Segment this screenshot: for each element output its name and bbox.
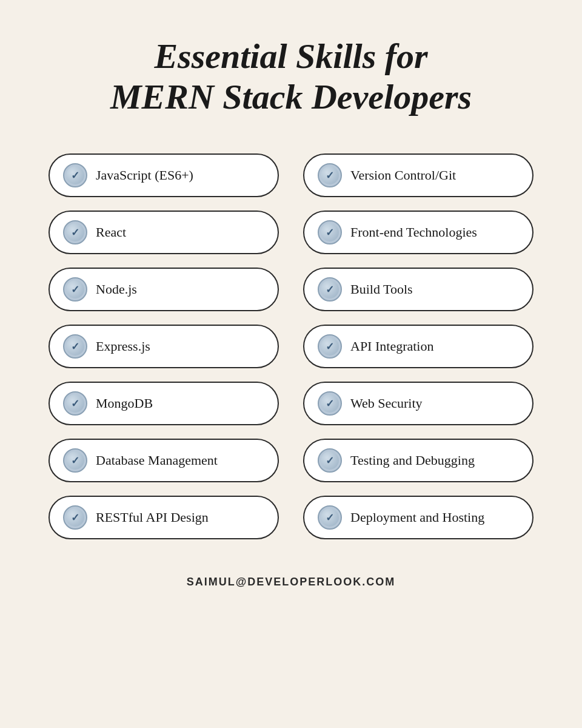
check-badge-icon: ✓: [318, 220, 342, 244]
skill-label: MongoDB: [96, 396, 153, 411]
skill-label: Front-end Technologies: [350, 224, 477, 240]
skill-label: Web Security: [350, 396, 423, 411]
skill-item: ✓Front-end Technologies: [303, 211, 534, 254]
skill-label: Testing and Debugging: [350, 453, 475, 468]
skill-label: API Integration: [350, 339, 433, 354]
checkmark-icon: ✓: [326, 285, 334, 295]
checkmark-icon: ✓: [326, 456, 334, 466]
checkmark-icon: ✓: [71, 285, 79, 295]
checkmark-icon: ✓: [71, 170, 79, 181]
checkmark-icon: ✓: [326, 399, 334, 409]
check-badge-icon: ✓: [318, 334, 342, 359]
skill-item: ✓React: [48, 211, 279, 254]
check-badge-icon: ✓: [63, 391, 87, 416]
check-badge-icon: ✓: [318, 277, 342, 302]
checkmark-icon: ✓: [326, 342, 334, 352]
page-title: Essential Skills for MERN Stack Develope…: [110, 36, 472, 117]
skill-item: ✓Build Tools: [303, 268, 534, 311]
skill-item: ✓MongoDB: [48, 382, 279, 425]
skill-item: ✓RESTful API Design: [48, 496, 279, 539]
checkmark-icon: ✓: [326, 170, 334, 181]
skill-item: ✓Node.js: [48, 268, 279, 311]
check-badge-icon: ✓: [318, 505, 342, 530]
check-badge-icon: ✓: [63, 334, 87, 359]
skill-item: ✓Deployment and Hosting: [303, 496, 534, 539]
skill-item: ✓Testing and Debugging: [303, 439, 534, 482]
skill-label: Node.js: [96, 281, 137, 297]
skill-item: ✓Web Security: [303, 382, 534, 425]
checkmark-icon: ✓: [71, 456, 79, 466]
skill-label: Express.js: [96, 339, 150, 354]
check-badge-icon: ✓: [318, 391, 342, 416]
footer-email: SAIMUL@DEVELOPERLOOK.COM: [187, 576, 396, 588]
checkmark-icon: ✓: [71, 399, 79, 409]
check-badge-icon: ✓: [318, 163, 342, 187]
skill-label: Deployment and Hosting: [350, 510, 484, 525]
check-badge-icon: ✓: [63, 505, 87, 530]
check-badge-icon: ✓: [63, 163, 87, 187]
skill-label: Database Management: [96, 453, 218, 468]
skill-label: Version Control/Git: [350, 167, 456, 183]
check-badge-icon: ✓: [63, 277, 87, 302]
checkmark-icon: ✓: [71, 342, 79, 352]
skills-grid: ✓JavaScript (ES6+)✓Version Control/Git✓R…: [48, 153, 534, 539]
skill-item: ✓Express.js: [48, 325, 279, 368]
skill-item: ✓Version Control/Git: [303, 153, 534, 197]
skill-label: Build Tools: [350, 281, 413, 297]
checkmark-icon: ✓: [326, 513, 334, 523]
check-badge-icon: ✓: [63, 220, 87, 244]
skill-label: RESTful API Design: [96, 510, 209, 525]
check-badge-icon: ✓: [318, 448, 342, 473]
skill-label: React: [96, 224, 126, 240]
skill-item: ✓API Integration: [303, 325, 534, 368]
skill-item: ✓Database Management: [48, 439, 279, 482]
check-badge-icon: ✓: [63, 448, 87, 473]
skill-label: JavaScript (ES6+): [96, 167, 193, 183]
checkmark-icon: ✓: [71, 513, 79, 523]
checkmark-icon: ✓: [326, 228, 334, 238]
checkmark-icon: ✓: [71, 228, 79, 238]
skill-item: ✓JavaScript (ES6+): [48, 153, 279, 197]
